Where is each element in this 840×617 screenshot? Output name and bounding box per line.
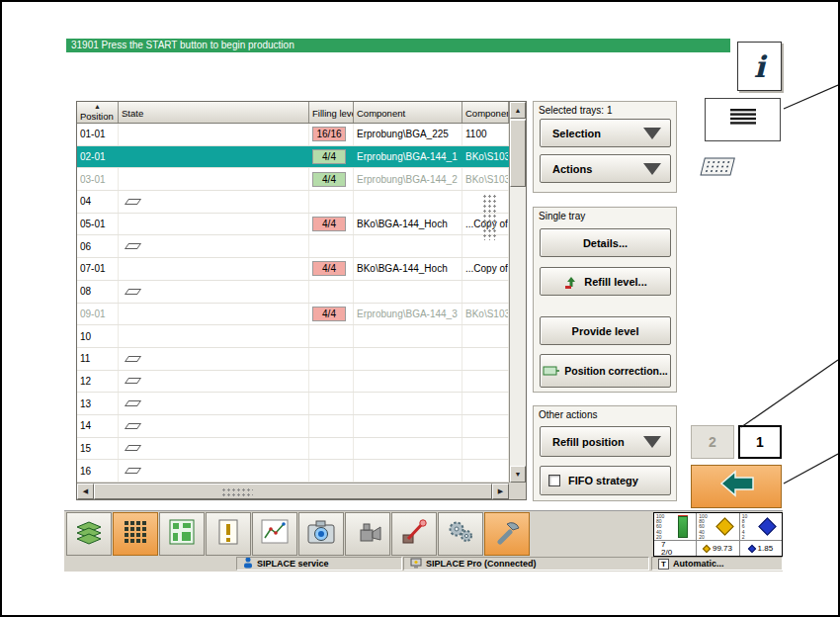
cell-component: Erprobung\BGA_225 <box>354 124 462 145</box>
table-row[interactable]: 14 <box>77 415 509 438</box>
cell-filling-level <box>309 191 354 213</box>
table-row[interactable]: 06 <box>77 235 509 258</box>
vertical-scrollbar[interactable]: ▲ ▼ <box>509 102 526 483</box>
toolbar-repair-button[interactable] <box>391 512 437 556</box>
scroll-left-button[interactable]: ◀ <box>77 484 94 499</box>
empty-tray-icon <box>125 378 141 384</box>
other-actions-title: Other actions <box>534 406 676 420</box>
scroll-down-button[interactable]: ▼ <box>510 466 526 483</box>
horizontal-scrollbar[interactable]: ◀ ▶ <box>77 483 509 499</box>
speed-gauge: 10 8 6 4 2 1.85 <box>740 513 782 556</box>
boards-gauge: 100 80 60 40 20 7 2/0 <box>654 513 697 556</box>
table-row[interactable]: 09-01 4/4 Erprobung\BGA-144_3 BKo\S103 <box>77 304 509 326</box>
cell-position: 14 <box>77 415 119 437</box>
fifo-checkbox[interactable] <box>548 475 560 486</box>
service-wrench-icon <box>493 518 521 550</box>
filling-level-badge: 4/4 <box>312 217 346 231</box>
toolbar-maintenance-button[interactable] <box>345 512 390 556</box>
fifo-strategy-toggle[interactable]: FIFO strategy <box>540 466 671 495</box>
toolbar-service-button[interactable] <box>484 512 530 556</box>
position-correction-button[interactable]: Position correction... <box>540 354 671 388</box>
table-row[interactable]: 04 <box>77 191 509 214</box>
column-header-position-label: Position <box>80 111 114 122</box>
scrollbar-corner <box>509 483 526 499</box>
rate-gauge-diamond-icon <box>715 517 733 535</box>
toolbar-camera-button[interactable] <box>298 512 344 556</box>
provide-level-button-label: Provide level <box>572 325 639 337</box>
empty-tray-icon <box>125 400 141 406</box>
status-connection-segment: SIPLACE Pro (Connected) <box>403 557 649 571</box>
back-button[interactable] <box>691 465 782 508</box>
toolbar-board-layout-button[interactable] <box>159 512 205 556</box>
provide-level-button[interactable]: Provide level <box>540 316 671 345</box>
cell-filling-level <box>309 438 354 460</box>
actions-dropdown[interactable]: Actions <box>540 154 671 183</box>
table-row[interactable]: 11 <box>77 348 509 371</box>
toolbar-setup-button[interactable] <box>438 512 483 556</box>
cell-filling-level <box>309 348 354 370</box>
refill-position-dropdown-label: Refill position <box>552 436 625 448</box>
column-header-component-2[interactable]: Component <box>462 102 509 123</box>
table-row[interactable]: 05-01 4/4 BKo\BGA-144_Hoch ...Copy of S1 <box>77 214 509 236</box>
table-row[interactable]: 03-01 4/4 Erprobung\BGA-144_2 BKo\S103 <box>77 168 509 191</box>
status-service-label: SIPLACE service <box>257 559 329 569</box>
info-button[interactable]: i <box>737 42 782 91</box>
table-row[interactable]: 08 <box>77 281 509 304</box>
scroll-up-button[interactable]: ▲ <box>510 102 526 119</box>
refill-position-dropdown[interactable]: Refill position <box>540 426 671 457</box>
column-header-filling-level[interactable]: Filling level <box>309 102 354 123</box>
page-2-button[interactable]: 2 <box>691 425 734 459</box>
table-row[interactable]: 01-01 16/16 Erprobung\BGA_225 1100 <box>77 124 509 146</box>
table-row[interactable]: 10 <box>77 325 509 348</box>
fifo-strategy-label: FIFO strategy <box>568 475 638 486</box>
cell-position: 12 <box>77 371 119 393</box>
user-icon <box>243 557 253 571</box>
list-view-button[interactable] <box>705 98 781 141</box>
refill-level-button[interactable]: Refill level... <box>540 267 671 296</box>
cell-component-2: BKo\S103 <box>462 304 509 325</box>
cell-filling-level: 4/4 <box>309 168 354 190</box>
details-button-label: Details... <box>583 237 628 249</box>
scroll-grip-dots-icon <box>221 487 253 497</box>
cell-filling-level <box>309 460 354 482</box>
cell-state <box>119 191 309 213</box>
cell-component <box>354 371 462 393</box>
cell-component <box>354 281 462 303</box>
refill-level-icon <box>563 275 579 289</box>
performance-panel[interactable]: 100 80 60 40 20 7 2/0 100 80 60 40 20 99… <box>653 512 783 557</box>
table-row[interactable]: 12 <box>77 371 509 394</box>
empty-tray-icon <box>125 289 141 295</box>
column-header-component[interactable]: Component <box>354 102 462 123</box>
empty-tray-icon <box>125 468 141 474</box>
table-row[interactable]: 15 <box>77 438 509 461</box>
filling-level-badge: 4/4 <box>312 307 346 321</box>
cell-component-2: ...Copy of S1 <box>462 258 509 280</box>
toolbar-tray-stack-button[interactable] <box>66 512 112 556</box>
toolbar-statistics-button[interactable] <box>252 512 297 556</box>
cell-component <box>354 460 462 482</box>
vertical-scroll-thumb[interactable] <box>510 120 526 187</box>
cell-state <box>119 214 309 235</box>
column-header-position[interactable]: ▲ Position <box>77 102 119 123</box>
matrix-view-button[interactable] <box>695 149 740 187</box>
speed-value: 1.85 <box>758 544 774 553</box>
page-1-button[interactable]: 1 <box>738 425 782 459</box>
horizontal-scroll-thumb[interactable] <box>94 484 492 499</box>
camera-icon <box>307 519 335 549</box>
table-row[interactable]: 13 <box>77 393 509 415</box>
table-row[interactable]: 07-01 4/4 BKo\BGA-144_Hoch ...Copy of S1 <box>77 258 509 281</box>
statistics-chart-icon <box>261 519 289 549</box>
position-correction-icon <box>543 365 559 377</box>
scroll-right-button[interactable]: ▶ <box>492 484 509 499</box>
table-row[interactable]: 16 <box>77 460 509 483</box>
table-row[interactable]: 02-01 4/4 Erprobung\BGA-144_1 BKo\S103 <box>77 146 509 169</box>
column-header-state[interactable]: State <box>119 102 309 123</box>
cell-state <box>119 235 309 257</box>
cell-state <box>119 304 309 325</box>
tray-matrix-icon <box>697 151 738 185</box>
cell-filling-level: 4/4 <box>309 146 354 168</box>
selection-dropdown[interactable]: Selection <box>540 119 671 147</box>
toolbar-messages-button[interactable] <box>206 512 251 556</box>
details-button[interactable]: Details... <box>540 228 671 257</box>
toolbar-tray-matrix-button[interactable] <box>113 512 158 556</box>
